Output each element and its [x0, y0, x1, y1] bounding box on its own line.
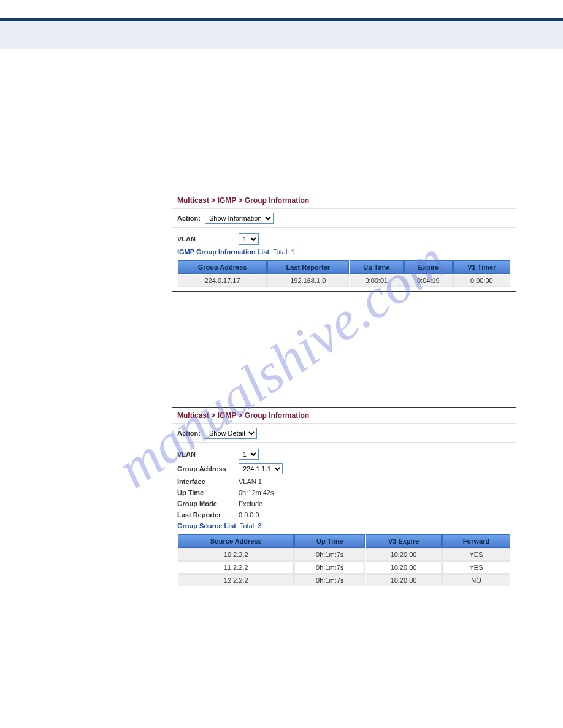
th-v3-expire: V3 Expire	[366, 534, 442, 548]
cell-source-address: 12.2.2.2	[178, 574, 294, 586]
cell-group-address: 224.0.17.17	[178, 275, 267, 287]
cell-v3-expire: 10:20:00	[366, 548, 442, 561]
vlan-row: VLAN 1	[177, 232, 511, 246]
cell-up-time: 0h:1m:7s	[294, 548, 365, 561]
list-title: Group Source List	[177, 522, 236, 529]
table-row: 224.0.17.17 192.168.1.0 0:00:01 0:04:19 …	[178, 275, 510, 287]
action-label: Action:	[177, 214, 201, 222]
vlan-select[interactable]: 1	[239, 233, 259, 245]
th-source-address: Source Address	[178, 534, 294, 548]
table-row: 10.2.2.2 0h:1m:7s 10:20:00 YES	[178, 548, 510, 561]
group-address-select[interactable]: 224.1.1.1	[239, 463, 283, 474]
action-select[interactable]: Show Information	[205, 213, 274, 224]
th-group-address: Group Address	[178, 260, 267, 274]
interface-value: VLAN 1	[239, 478, 262, 485]
lastreporter-value: 0.0.0.0	[239, 511, 259, 518]
cell-up-time: 0h:1m:7s	[294, 561, 365, 574]
list-total: Total: 1	[273, 248, 294, 256]
cell-source-address: 10.2.2.2	[178, 548, 294, 561]
list-title-row: Group Source List Total: 3	[177, 520, 511, 531]
table-header-row: Source Address Up Time V3 Expire Forward	[178, 534, 510, 548]
vlan-label: VLAN	[177, 450, 239, 458]
lastreporter-row: Last Reporter 0.0.0.0	[177, 509, 511, 520]
th-up-time: Up Time	[294, 534, 365, 548]
th-v1-timer: V1 Timer	[453, 260, 510, 274]
list-title: IGMP Group Information List	[177, 248, 269, 256]
groupmode-value: Exclude	[239, 500, 262, 507]
action-row: Action: Show Information	[172, 209, 516, 228]
cell-v3-expire: 10:20:00	[366, 561, 442, 574]
uptime-label: Up Time	[177, 489, 239, 496]
form-area: VLAN 1 IGMP Group Information List Total…	[172, 228, 516, 291]
vlan-label: VLAN	[177, 235, 239, 243]
list-title-row: IGMP Group Information List Total: 1	[177, 246, 511, 257]
cell-expire: 0:04:19	[404, 275, 453, 287]
interface-row: Interface VLAN 1	[177, 476, 511, 487]
uptime-value: 0h:12m:42s	[239, 489, 274, 496]
group-source-table: Source Address Up Time V3 Expire Forward…	[177, 534, 511, 587]
cell-up-time: 0:00:01	[350, 275, 404, 287]
table-row: 11.2.2.2 0h:1m:7s 10:20:00 YES	[178, 561, 510, 574]
form-area: VLAN 1 Group Address 224.1.1.1 Interface…	[172, 443, 516, 591]
groupmode-row: Group Mode Exclude	[177, 498, 511, 509]
cell-forward: YES	[442, 561, 510, 574]
table-row: 12.2.2.2 0h:1m:7s 10:20:00 NO	[178, 574, 510, 586]
cell-last-reporter: 192.168.1.0	[267, 275, 348, 287]
breadcrumb: Multicast > IGMP > Group Information	[172, 408, 516, 424]
th-forward: Forward	[442, 534, 510, 548]
action-select[interactable]: Show Detail	[205, 428, 257, 439]
vlan-select[interactable]: 1	[239, 449, 259, 460]
cell-forward: YES	[442, 548, 510, 561]
list-total: Total: 3	[240, 522, 261, 529]
cell-forward: NO	[442, 574, 510, 586]
uptime-row: Up Time 0h:12m:42s	[177, 487, 511, 498]
vlan-row: VLAN 1	[177, 447, 511, 461]
panel-group-info-list: Multicast > IGMP > Group Information Act…	[172, 192, 516, 292]
breadcrumb: Multicast > IGMP > Group Information	[172, 192, 516, 209]
cell-v1-timer: 0:00:00	[453, 275, 510, 287]
panel-group-info-detail: Multicast > IGMP > Group Information Act…	[172, 407, 516, 591]
action-label: Action:	[177, 430, 201, 437]
group-info-table: Group Address Last Reporter Up Time Expi…	[177, 260, 511, 287]
table-header-row: Group Address Last Reporter Up Time Expi…	[178, 260, 510, 274]
group-address-row: Group Address 224.1.1.1	[177, 461, 511, 476]
cell-v3-expire: 10:20:00	[366, 574, 442, 586]
groupmode-label: Group Mode	[177, 500, 239, 507]
group-address-label: Group Address	[177, 465, 239, 472]
lastreporter-label: Last Reporter	[177, 511, 239, 518]
cell-source-address: 11.2.2.2	[178, 561, 294, 574]
header-band	[0, 21, 563, 49]
interface-label: Interface	[177, 478, 239, 485]
th-expire: Expire	[404, 260, 453, 274]
th-up-time: Up Time	[350, 260, 404, 274]
th-last-reporter: Last Reporter	[267, 260, 348, 274]
cell-up-time: 0h:1m:7s	[294, 574, 365, 586]
action-row: Action: Show Detail	[172, 424, 516, 443]
